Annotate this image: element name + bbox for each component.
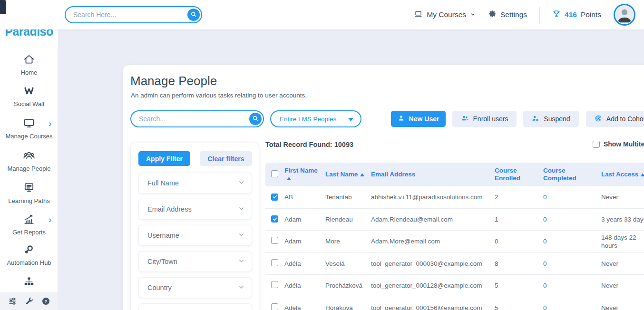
filter-field-city-town[interactable]: City/Town <box>138 251 252 272</box>
people-search-button[interactable] <box>249 113 262 125</box>
filter-field-course[interactable]: Course <box>138 303 252 310</box>
cell-email: tool_generator_000128@example.com <box>371 281 495 290</box>
cell-course-completed: 0 <box>543 193 601 201</box>
sidebar-item-learning-paths[interactable]: Learning Paths <box>0 182 58 204</box>
cell-email: Adam.Riendeau@email.com <box>371 215 495 223</box>
sort-up-icon <box>360 171 364 178</box>
new-user-button[interactable]: New User <box>391 111 446 127</box>
row-checkbox[interactable] <box>271 259 278 266</box>
table-row: Adam More Adam.More@email.com 0 0 148 da… <box>265 231 644 253</box>
gear-icon <box>488 10 497 20</box>
sidebar-item-label: Manage People <box>0 165 58 172</box>
sidebar-item-manage-people[interactable]: Manage People <box>0 149 58 172</box>
points-label: Points <box>581 10 601 19</box>
chevron-down-icon <box>238 257 245 266</box>
sidebar-item-manage-courses[interactable]: Manage Courses <box>0 117 58 140</box>
table-row: AB Tenantab abhishek.v+11@paradisosoluti… <box>265 186 644 209</box>
cell-last-name: Veselá <box>325 260 371 268</box>
enroll-users-button[interactable]: Enroll users <box>452 111 517 127</box>
global-search-button[interactable] <box>187 9 200 21</box>
automation-hub-icon <box>23 249 35 257</box>
row-checkbox[interactable] <box>271 215 278 223</box>
global-search-input[interactable] <box>66 11 201 19</box>
filter-field-username[interactable]: Username <box>138 225 252 246</box>
filter-field-full-name[interactable]: Full Name <box>138 173 252 194</box>
table-row: Adéla Procházková tool_generator_000128@… <box>265 275 644 297</box>
wrench-icon[interactable] <box>25 297 34 306</box>
cell-last-name: Riendeau <box>325 215 371 223</box>
cell-course-completed: 0 <box>543 215 601 223</box>
sidebar-item-sitemap[interactable] <box>0 276 58 289</box>
menu-toggle[interactable] <box>0 0 6 14</box>
search-icon <box>190 11 197 19</box>
column-header-first-name[interactable]: First Name <box>284 167 325 182</box>
cell-course-completed: 0 <box>543 237 601 245</box>
app-header: My Courses Settings 416 Points <box>0 0 644 29</box>
scope-selected-value: Entire LMS Peoples <box>280 116 336 123</box>
sidebar-item-get-reports[interactable]: Get Reports <box>0 213 58 236</box>
my-courses-menu[interactable]: My Courses <box>414 10 476 20</box>
suspend-button[interactable]: Suspend <box>523 111 579 127</box>
settings-menu[interactable]: Settings <box>488 10 527 20</box>
cell-first-name: Adam <box>284 215 325 223</box>
table-row: Adam Riendeau Adam.Riendeau@email.com 1 … <box>265 209 644 231</box>
global-search <box>65 6 202 23</box>
learning-paths-icon <box>23 187 35 195</box>
multitenant-checkbox[interactable] <box>593 141 600 148</box>
sidebar-item-social-wall[interactable]: Social Wall <box>0 85 58 107</box>
people-table: First Name Last Name Email Address Cours… <box>265 163 644 310</box>
report-chart-icon <box>22 219 36 227</box>
select-all-checkbox[interactable] <box>271 170 278 177</box>
filter-field-country[interactable]: Country <box>138 277 252 298</box>
total-records: Total Record Found: 10093 <box>265 141 353 148</box>
column-header-last-access[interactable]: Last Access <box>601 171 644 178</box>
chevron-down-icon <box>470 10 476 19</box>
scope-select[interactable]: Entire LMS Peoples <box>270 110 361 127</box>
sidebar-item-automation-hub[interactable]: Automation Hub <box>0 243 58 266</box>
page-title: Manage People <box>130 74 217 88</box>
cell-last-name: Tenantab <box>325 193 371 201</box>
cell-first-name: AB <box>284 193 325 201</box>
sidebar: Paradiso HomeSocial WallManage CoursesMa… <box>0 0 58 310</box>
column-header-email-address[interactable]: Email Address <box>371 171 495 178</box>
row-checkbox[interactable] <box>271 194 278 201</box>
column-header-course-enrolled[interactable]: Course Enrolled <box>495 167 543 182</box>
page-subtitle: An admin can perform various tasks relat… <box>131 92 307 99</box>
cell-email: Adam.More@email.com <box>371 237 495 245</box>
bullseye-icon <box>595 115 602 124</box>
row-checkbox[interactable] <box>271 303 278 310</box>
svg-text:?: ? <box>45 298 48 303</box>
cell-first-name: Adéla <box>284 304 325 310</box>
cell-last-access: Never <box>601 260 644 268</box>
add-to-cohort-button[interactable]: Add to Cohort <box>586 111 644 127</box>
row-checkbox[interactable] <box>271 281 278 288</box>
chevron-down-icon <box>238 179 245 188</box>
sidebar-item-home[interactable]: Home <box>0 53 58 76</box>
caret-down-icon <box>348 116 353 123</box>
search-icon <box>252 115 259 123</box>
laptop-icon <box>414 10 423 20</box>
users-group-icon <box>461 115 469 124</box>
trophy-icon <box>552 10 561 20</box>
table-body: AB Tenantab abhishek.v+11@paradisosoluti… <box>265 186 644 310</box>
cell-course-completed: 0 <box>543 281 601 290</box>
people-search-input[interactable] <box>131 115 263 123</box>
cell-last-name: Horáková <box>325 304 371 310</box>
user-avatar[interactable] <box>614 4 635 26</box>
apply-filter-button[interactable]: Apply Filter <box>138 151 190 166</box>
sort-up-icon <box>641 171 644 178</box>
cell-email: tool_generator_000030@example.com <box>371 260 495 268</box>
my-courses-label: My Courses <box>427 10 466 19</box>
filter-field-label: Username <box>147 232 179 239</box>
sliders-icon[interactable] <box>8 296 17 306</box>
cell-course-enrolled: 5 <box>495 281 543 290</box>
row-checkbox[interactable] <box>271 237 278 244</box>
help-icon[interactable]: ? <box>41 297 50 306</box>
points-indicator[interactable]: 416 Points <box>552 10 601 20</box>
column-header-course-completed[interactable]: Course Completed <box>543 167 601 182</box>
suspend-label: Suspend <box>544 115 570 123</box>
column-header-last-name[interactable]: Last Name <box>325 171 371 178</box>
clear-filters-button[interactable]: Clear filters <box>200 151 252 166</box>
cell-first-name: Adéla <box>284 281 325 290</box>
filter-field-email-address[interactable]: Email Address <box>138 199 252 220</box>
